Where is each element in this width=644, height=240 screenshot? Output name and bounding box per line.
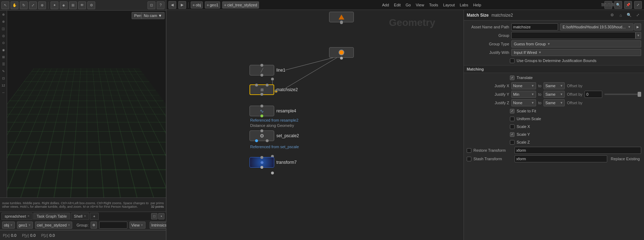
menu-help[interactable]: Help: [472, 3, 483, 7]
justify-z-select[interactable]: None ▼: [511, 99, 536, 106]
menu-view[interactable]: View: [414, 3, 426, 7]
path-arrow-btn[interactable]: ▶: [634, 23, 641, 30]
group-field[interactable]: [511, 32, 636, 39]
tab-add[interactable]: +: [90, 213, 98, 220]
help-btn[interactable]: ?: [157, 1, 165, 9]
justify-y-select[interactable]: Min ▼: [511, 91, 536, 98]
restore-transform-checkbox[interactable]: [467, 148, 471, 153]
top-right-node[interactable]: [329, 12, 354, 22]
justify-y-slider[interactable]: [604, 94, 641, 95]
stash-transform-input[interactable]: [514, 155, 607, 162]
props-search-icon[interactable]: 🔍: [626, 12, 633, 19]
transform-tool-btn[interactable]: ⊕: [38, 1, 46, 9]
pose-btn[interactable]: ✦: [51, 1, 58, 9]
rotate-tool-btn[interactable]: ↻: [20, 1, 28, 9]
side-icon-12[interactable]: ↔: [0, 89, 7, 96]
shell-close[interactable]: ×: [84, 214, 86, 218]
props-gear-icon[interactable]: ⚙: [609, 12, 616, 19]
breadcrumb-obj[interactable]: ◈ obj: [191, 1, 203, 9]
nocam-dropdown[interactable]: No cam ▼: [141, 12, 165, 19]
node-matchsize2[interactable]: ⊞ 🔒 matchsize2: [249, 84, 298, 95]
panel-expand[interactable]: ▪: [158, 213, 165, 219]
scale-z-checkbox[interactable]: [510, 140, 514, 145]
menu-tools[interactable]: Tools: [428, 3, 440, 7]
translate-checkbox[interactable]: [510, 76, 514, 80]
props-expand-icon[interactable]: ⤢: [634, 12, 641, 19]
justify-y-offset-input[interactable]: [585, 91, 602, 98]
side-icon-9[interactable]: ✎: [0, 68, 7, 74]
side-icon-8[interactable]: ☰: [0, 61, 7, 67]
graph-bg-label: Geometry: [389, 17, 435, 28]
nav-forward[interactable]: ▶: [178, 1, 186, 9]
side-icon-2[interactable]: ⊗: [0, 18, 7, 25]
right-pin[interactable]: 📌: [624, 1, 632, 9]
asset-path-select[interactable]: E:/soft/Houdini/Houdini 19.5.303/houdini…: [560, 23, 633, 30]
group-input[interactable]: [99, 222, 127, 229]
justify-x-same[interactable]: Same ▼: [544, 82, 565, 89]
spreadsheet-close[interactable]: ×: [28, 214, 30, 218]
justify-with-select[interactable]: Input If Wired ▼: [511, 49, 641, 56]
side-icon-4[interactable]: ◎: [0, 33, 7, 39]
group-dropdown-arrow[interactable]: ▼: [636, 32, 641, 39]
panel-collapse[interactable]: □: [151, 213, 157, 219]
uniform-scale-checkbox[interactable]: [510, 117, 514, 121]
mid-right-node[interactable]: [329, 47, 354, 58]
node-set-pscale2[interactable]: ⚙ set_pscale2: [249, 130, 299, 141]
menu-go[interactable]: Go: [404, 3, 412, 7]
node-line1[interactable]: ╱ line1: [249, 65, 285, 76]
justify-with-row: Justify With Input If Wired ▼: [464, 48, 644, 57]
geo-select[interactable]: geo1 ▼: [17, 222, 33, 229]
tab-task-graph[interactable]: Task Graph Table: [33, 213, 70, 220]
settings-btn[interactable]: ⚙: [87, 1, 95, 9]
side-icon-1[interactable]: ⊕: [0, 11, 7, 18]
node-graph[interactable]: Geometry: [166, 10, 464, 240]
scale-y-checkbox[interactable]: [510, 132, 514, 137]
scale-x-checkbox[interactable]: [510, 124, 514, 129]
side-icon-10[interactable]: ⊡: [0, 75, 7, 82]
side-icon-5[interactable]: ⊙: [0, 40, 7, 46]
side-icon-11[interactable]: 12: [0, 82, 7, 89]
scale-tool-btn[interactable]: ⤢: [29, 1, 37, 9]
right-search[interactable]: 🔍: [614, 1, 622, 9]
right-maximize[interactable]: ⤢: [634, 1, 642, 9]
coord-pz: P[z] 0.0: [41, 233, 55, 238]
tab-spreadsheet[interactable]: spreadsheet ×: [1, 213, 33, 220]
justify-y-same[interactable]: Same ▼: [544, 91, 565, 98]
replace-existing-btn[interactable]: Replace Existing: [609, 157, 641, 161]
stash-transform-checkbox[interactable]: [467, 157, 471, 161]
use-groups-checkbox[interactable]: [510, 58, 514, 63]
justify-x-select[interactable]: None ▼: [511, 82, 536, 89]
side-icon-3[interactable]: ◫: [0, 26, 7, 32]
tree-select[interactable]: ciel_tree_stylized ▼: [35, 222, 72, 229]
menu-edit[interactable]: Edit: [392, 3, 402, 7]
asset-name-input[interactable]: [511, 23, 558, 30]
tab-shell[interactable]: Shell ×: [71, 213, 89, 220]
justify-z-same[interactable]: Same ▼: [544, 99, 565, 106]
use-groups-row: Use Groups to Determine Justification Bo…: [464, 57, 644, 65]
breadcrumb-geo[interactable]: ◈ geo1: [205, 1, 220, 9]
node-resample4[interactable]: ∿ resample4: [249, 106, 296, 116]
3d-viewport[interactable]: Persp ▼ No cam ▼: [7, 11, 166, 197]
display-options-btn[interactable]: ⊡: [148, 1, 155, 9]
side-icon-6[interactable]: ◉: [0, 47, 7, 53]
breadcrumb-tree[interactable]: ◈ ciel_tree_stylized: [222, 1, 259, 9]
handle-btn[interactable]: ◈: [60, 1, 68, 9]
props-home-icon[interactable]: ⌂: [617, 12, 624, 19]
obj-select[interactable]: obj ▼: [2, 222, 15, 229]
node-transform7[interactable]: ⊕ transform7: [249, 157, 297, 168]
select-tool-btn[interactable]: ↖: [1, 1, 9, 9]
group-filter[interactable]: ⚙: [91, 222, 97, 229]
menu-add[interactable]: Add: [381, 3, 391, 7]
menu-layout[interactable]: Layout: [442, 3, 456, 7]
restore-transform-input[interactable]: [514, 147, 641, 154]
side-icon-7[interactable]: ⊞: [0, 54, 7, 60]
view-select[interactable]: View ▼: [130, 222, 145, 229]
nav-back[interactable]: ◀: [168, 1, 176, 9]
right-panel-icons[interactable]: ⬛⬛⬛⬛: [604, 1, 612, 9]
menu-labs[interactable]: Labs: [458, 3, 470, 7]
snap-btn[interactable]: ⊞: [69, 1, 77, 9]
grab-tool-btn[interactable]: ✋: [11, 1, 18, 9]
vis-btn[interactable]: 👁: [78, 1, 86, 9]
scale-to-fit-checkbox[interactable]: [510, 109, 514, 113]
group-type-select[interactable]: Guess from Group ▼: [511, 40, 641, 48]
